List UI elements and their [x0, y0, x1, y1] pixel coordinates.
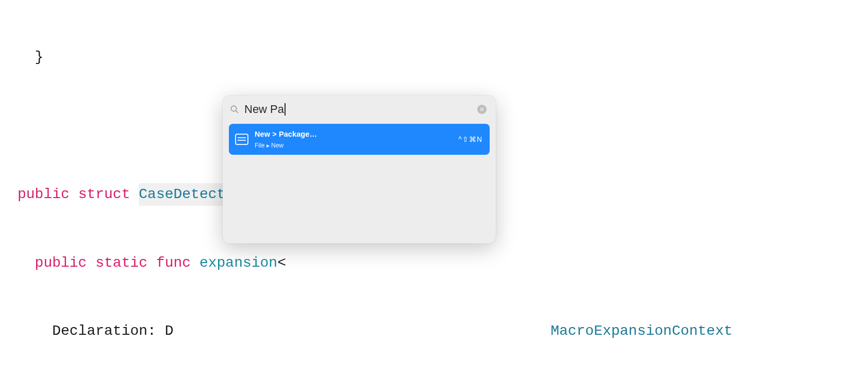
- code-token: [87, 252, 95, 274]
- search-results: New > Package… File ▸ New ^⇧⌘N: [223, 124, 496, 155]
- command-palette: New Pa New > Package… File ▸ New ^⇧⌘N: [223, 95, 496, 243]
- text-caret: [285, 103, 286, 116]
- code-token: struct: [78, 183, 130, 206]
- code-token: [191, 252, 199, 274]
- code-token: public: [35, 252, 87, 274]
- search-row: New Pa: [223, 95, 496, 124]
- code-token: public: [18, 183, 70, 206]
- code-line: Declaration: DMacroExpansionContext: [18, 320, 868, 343]
- svg-line-1: [236, 111, 238, 113]
- result-item-new-package[interactable]: New > Package… File ▸ New ^⇧⌘N: [229, 124, 490, 155]
- code-token: [70, 183, 78, 206]
- code-line: }: [18, 45, 868, 69]
- result-title: New > Package…: [255, 128, 452, 140]
- result-shortcut: ^⇧⌘N: [458, 134, 482, 145]
- code-line: public static func expansion<: [18, 251, 868, 274]
- code-token: static: [95, 252, 147, 274]
- clear-search-button[interactable]: [477, 105, 487, 114]
- code-token: Declaration: D: [18, 323, 173, 339]
- search-input[interactable]: New Pa: [244, 101, 472, 119]
- result-subtitle: File ▸ New: [255, 141, 452, 151]
- code-token: func: [156, 252, 191, 274]
- code-token: expansion: [199, 252, 277, 274]
- code-token: MacroExpansionContext: [550, 320, 732, 343]
- close-icon: [480, 107, 484, 111]
- svg-point-0: [231, 106, 237, 112]
- code-token: [130, 183, 139, 206]
- package-icon: [235, 134, 248, 145]
- code-token: [147, 252, 156, 274]
- result-text: New > Package… File ▸ New: [255, 128, 452, 151]
- code-token: <: [277, 252, 286, 274]
- search-input-text: New Pa: [244, 103, 284, 116]
- code-token: [18, 252, 35, 274]
- search-icon: [230, 105, 239, 114]
- code-token: }: [18, 46, 43, 69]
